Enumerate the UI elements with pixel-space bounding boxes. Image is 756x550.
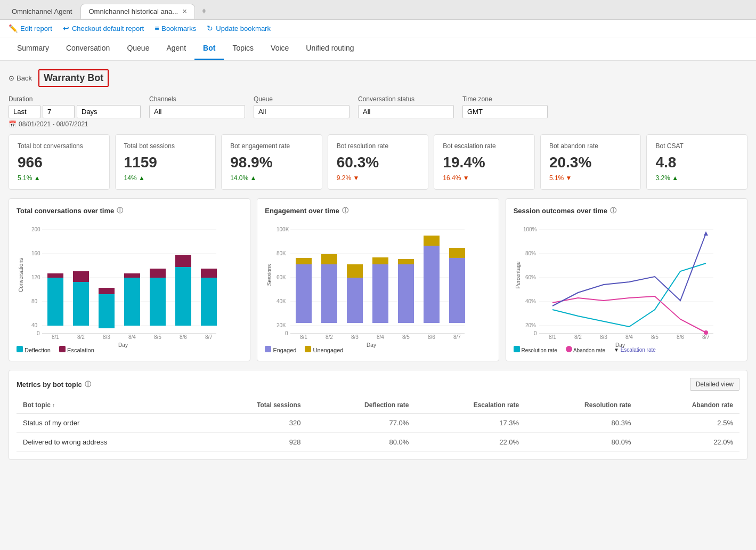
kpi-card-5: Bot abandon rate 20.3% 5.1% ▼	[540, 134, 641, 190]
kpi-title: Total bot sessions	[124, 142, 207, 150]
col-escalation-rate: Escalation rate	[415, 397, 525, 414]
svg-text:40: 40	[31, 322, 38, 328]
tab-agent[interactable]: Agent	[158, 37, 194, 60]
svg-text:100%: 100%	[523, 227, 537, 232]
table-header: Bot topic ↑ Total sessions Deflection ra…	[17, 397, 739, 414]
tab-unified-routing[interactable]: Unified routing	[297, 37, 362, 60]
svg-text:40K: 40K	[277, 298, 286, 304]
tab-conversation[interactable]: Conversation	[58, 37, 119, 60]
cell-abandon: 2.5%	[637, 414, 739, 433]
update-bookmark-label: Update bookmark	[216, 25, 271, 33]
bookmarks-button[interactable]: ≡ Bookmarks	[155, 24, 196, 33]
svg-text:8/1: 8/1	[52, 334, 59, 340]
calendar-icon: 📅	[9, 120, 17, 128]
escalation-line-legend-label: Escalation rate	[621, 347, 656, 353]
cell-abandon: 22.0%	[637, 433, 739, 452]
abandon-legend-dot	[566, 346, 572, 352]
queue-label: Queue	[254, 95, 349, 103]
update-bookmark-button[interactable]: ↻ Update bookmark	[207, 24, 271, 33]
kpi-value: 966	[18, 154, 101, 171]
kpi-card-2: Bot engagement rate 98.9% 14.0% ▲	[221, 134, 322, 190]
svg-rect-16	[99, 294, 115, 328]
svg-text:80: 80	[31, 298, 38, 304]
filters: Duration Last 7 Days Channels All Queue	[9, 95, 747, 118]
tab-queue[interactable]: Queue	[118, 37, 158, 60]
svg-text:8/6: 8/6	[677, 334, 684, 340]
page-title: Warranty Bot	[38, 69, 109, 87]
svg-text:8/2: 8/2	[77, 334, 85, 340]
channels-select[interactable]: All	[149, 105, 245, 118]
cell-escalation: 17.3%	[415, 414, 525, 433]
svg-rect-53	[372, 264, 388, 323]
engagement-chart-area: 100K 80K 60K 40K 20K 0	[265, 222, 491, 341]
engaged-legend-dot	[265, 346, 271, 352]
svg-rect-20	[150, 278, 166, 326]
kpi-title: Bot abandon rate	[549, 142, 632, 150]
col-total-sessions: Total sessions	[200, 397, 307, 414]
close-icon[interactable]: ✕	[182, 8, 187, 15]
kpi-title: Bot CSAT	[655, 142, 738, 150]
svg-rect-49	[321, 264, 337, 323]
page-header: ⊙ Back Warranty Bot	[9, 69, 747, 87]
refresh-icon: ↻	[207, 24, 213, 33]
duration-value-select[interactable]: 7	[43, 105, 75, 118]
svg-text:Day: Day	[367, 342, 376, 348]
edit-icon: ✏️	[9, 24, 18, 33]
table-section: Metrics by bot topic ⓘ Detailed view Bot…	[9, 370, 747, 460]
conversations-chart-title: Total conversations over time ⓘ	[17, 206, 242, 215]
svg-rect-59	[449, 258, 465, 323]
duration-unit-select[interactable]: Days	[77, 105, 141, 118]
svg-text:Sessions: Sessions	[266, 264, 272, 286]
svg-text:8/5: 8/5	[402, 334, 410, 340]
tab-omnichannel-agent[interactable]: Omnichannel Agent	[4, 4, 79, 19]
svg-rect-22	[175, 267, 191, 326]
kpi-change: 9.2% ▼	[337, 174, 420, 182]
checkout-report-button[interactable]: ↩ Checkout default report	[63, 24, 144, 33]
kpi-title: Total bot conversations	[18, 142, 101, 150]
engaged-legend-label: Engaged	[273, 347, 296, 353]
detailed-view-button[interactable]: Detailed view	[690, 378, 739, 391]
tab-omnichannel-historical[interactable]: Omnichannel historical ana... ✕	[80, 4, 195, 19]
svg-rect-55	[398, 264, 414, 323]
svg-text:8/2: 8/2	[574, 334, 582, 340]
svg-text:8/6: 8/6	[428, 334, 435, 340]
bookmarks-label: Bookmarks	[161, 25, 196, 33]
timezone-select[interactable]: GMT	[462, 105, 548, 118]
svg-text:20K: 20K	[277, 322, 286, 328]
tab-summary[interactable]: Summary	[9, 37, 58, 60]
kpi-value: 1159	[124, 154, 207, 171]
svg-text:20%: 20%	[525, 322, 536, 328]
conv-status-filter: Conversation status All	[358, 95, 454, 118]
svg-rect-58	[424, 236, 440, 246]
tab-topics[interactable]: Topics	[224, 37, 262, 60]
kpi-card-1: Total bot sessions 1159 14% ▲	[115, 134, 216, 190]
tab-bot[interactable]: Bot	[194, 37, 224, 60]
svg-rect-24	[201, 278, 217, 326]
resolution-legend-dot	[514, 346, 520, 352]
col-abandon-rate: Abandon rate	[637, 397, 739, 414]
table-title: Metrics by bot topic ⓘ	[17, 380, 91, 389]
svg-rect-15	[73, 271, 89, 282]
cell-deflection: 80.0%	[307, 433, 416, 452]
info-icon: ⓘ	[342, 206, 348, 215]
kpi-value: 98.9%	[230, 154, 313, 171]
escalation-legend-label: Escalation	[67, 347, 94, 353]
tab-voice[interactable]: Voice	[262, 37, 297, 60]
add-tab-button[interactable]: +	[196, 3, 212, 19]
edit-report-button[interactable]: ✏️ Edit report	[9, 24, 52, 33]
kpi-value: 19.4%	[443, 154, 526, 171]
back-button[interactable]: ⊙ Back	[9, 74, 32, 82]
conv-status-select[interactable]: All	[358, 105, 454, 118]
metrics-table: Bot topic ↑ Total sessions Deflection ra…	[17, 397, 739, 452]
queue-select[interactable]: All	[254, 105, 349, 118]
svg-rect-25	[201, 269, 217, 278]
timezone-filter: Time zone GMT	[462, 95, 548, 118]
col-resolution-rate: Resolution rate	[525, 397, 637, 414]
kpi-change: 14.0% ▲	[230, 174, 313, 182]
duration-type-select[interactable]: Last	[9, 105, 40, 118]
svg-rect-12	[47, 278, 63, 326]
engagement-chart-legend: Engaged Unengaged	[265, 346, 491, 353]
kpi-title: Bot escalation rate	[443, 142, 526, 150]
svg-text:80%: 80%	[525, 250, 536, 256]
sessions-chart-area: 100% 80% 60% 40% 20% 0	[514, 222, 739, 341]
